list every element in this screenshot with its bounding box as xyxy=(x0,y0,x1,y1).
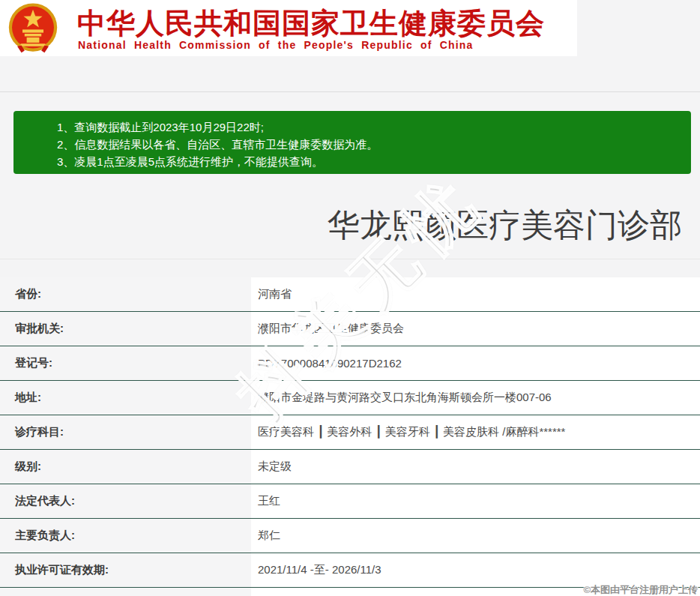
notice-line: 1、查询数据截止到2023年10月29日22时; xyxy=(57,118,691,136)
table-row: 登记号: PDY70000841090217D2162 xyxy=(0,346,700,381)
page: 中华人民共和国国家卫生健康委员会 National Health Commiss… xyxy=(0,0,700,596)
field-value: PDY70000841090217D2162 xyxy=(251,346,700,380)
field-value: 医疗美容科 ┃ 美容外科 ┃ 美容牙科 ┃ 美容皮肤科 /麻醉科****** xyxy=(251,415,700,449)
header-title-en: National Health Commission of the People… xyxy=(78,39,474,51)
footer-watermark: ©本图由平台注册用户上传 xyxy=(583,583,698,596)
field-value: 濮阳市金堤路与黄河路交叉口东北角海斯顿会所一楼007-06 xyxy=(251,381,700,415)
field-value: 郑仁 xyxy=(251,519,700,553)
table-row: 省份: 河南省 xyxy=(0,277,700,312)
table-row: 地址: 濮阳市金堤路与黄河路交叉口东北角海斯顿会所一楼007-06 xyxy=(0,381,700,415)
field-label: 主要负责人: xyxy=(0,519,251,553)
field-value: 王红 xyxy=(251,484,700,518)
field-label: 诊疗科目: xyxy=(0,415,251,449)
filler-label-cell xyxy=(0,588,251,596)
field-value: 河南省 xyxy=(251,277,700,311)
header-divider xyxy=(0,91,700,92)
field-label: 级别: xyxy=(0,450,251,484)
table-row: 诊疗科目: 医疗美容科 ┃ 美容外科 ┃ 美容牙科 ┃ 美容皮肤科 /麻醉科**… xyxy=(0,415,700,450)
site-header: 中华人民共和国国家卫生健康委员会 National Health Commiss… xyxy=(0,0,577,56)
table-row: 审批机关: 濮阳市华龙区卫生健康委员会 xyxy=(0,312,700,346)
field-label: 登记号: xyxy=(0,346,251,380)
field-label: 执业许可证有效期: xyxy=(0,553,251,587)
field-label: 地址: xyxy=(0,381,251,415)
institution-detail-table: 省份: 河南省 审批机关: 濮阳市华龙区卫生健康委员会 登记号: PDY7000… xyxy=(0,277,700,596)
table-row: 法定代表人: 王红 xyxy=(0,484,700,519)
notice-line: 2、信息数据结果以各省、自治区、直辖市卫生健康委数据为准。 xyxy=(57,136,691,153)
field-value: 2021/11/4 -至- 2026/11/3 xyxy=(251,553,700,587)
notice-line: 3、凌晨1点至凌晨5点系统进行维护，不能提供查询。 xyxy=(57,153,691,170)
field-label: 法定代表人: xyxy=(0,484,251,518)
table-row: 级别: 未定级 xyxy=(0,450,700,484)
institution-title: 华龙熙颜医疗美容门诊部 xyxy=(328,204,682,247)
field-value: 濮阳市华龙区卫生健康委员会 xyxy=(251,312,700,346)
field-value: 未定级 xyxy=(251,450,700,484)
notice-banner: 1、查询数据截止到2023年10月29日22时; 2、信息数据结果以各省、自治区… xyxy=(13,111,691,174)
header-title-cn: 中华人民共和国国家卫生健康委员会 xyxy=(77,4,545,43)
field-label: 审批机关: xyxy=(0,312,251,346)
table-row: 主要负责人: 郑仁 xyxy=(0,519,700,553)
section-divider xyxy=(0,259,700,259)
field-label: 省份: xyxy=(0,277,251,311)
national-emblem-icon xyxy=(7,2,59,55)
